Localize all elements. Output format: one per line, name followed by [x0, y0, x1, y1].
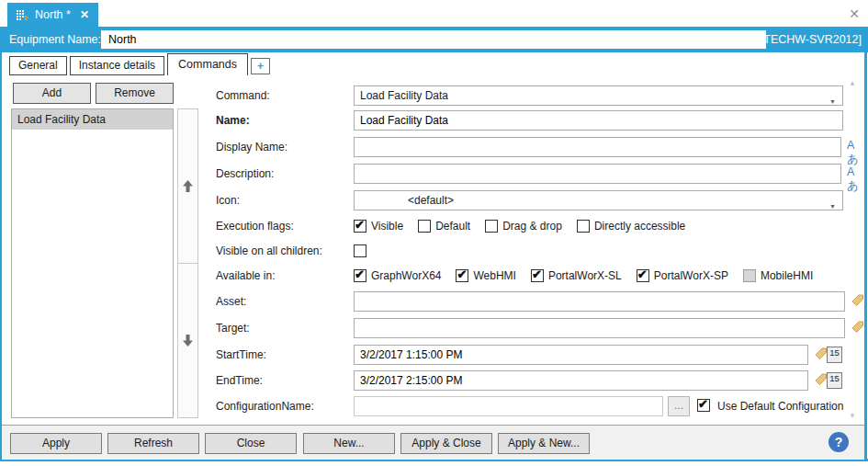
- chevron-down-icon: ▼: [829, 198, 836, 216]
- available-portalworx-sp: PortalWorX-SP: [637, 269, 728, 282]
- tab-strip: General Instance details Commands +: [9, 53, 270, 75]
- tab-general[interactable]: General: [9, 56, 67, 75]
- target-input[interactable]: [354, 318, 845, 338]
- visible-checkbox[interactable]: [354, 220, 366, 233]
- name-input[interactable]: [354, 110, 843, 131]
- visible-on-all-children-label: Visible on all children:: [216, 244, 322, 258]
- available-graphworx64: GraphWorX64: [354, 269, 441, 282]
- use-default-configuration-checkbox[interactable]: [697, 399, 710, 412]
- default-checkbox[interactable]: [418, 220, 431, 233]
- arrow-up-icon: [182, 179, 194, 193]
- start-time-input[interactable]: [354, 345, 808, 365]
- calendar-icon[interactable]: 15: [827, 372, 842, 389]
- scrollbar-down-icon[interactable]: ▼: [847, 412, 858, 420]
- apply-and-new-button[interactable]: Apply & New...: [498, 433, 590, 454]
- equipment-building-icon: [17, 9, 28, 21]
- workbench-window: ✕ North * ✕ Equipment Name: [TECHW-SVR20…: [0, 0, 868, 466]
- help-icon[interactable]: ?: [829, 432, 849, 452]
- display-name-label: Display Name:: [216, 137, 287, 157]
- remove-button[interactable]: Remove: [96, 83, 174, 104]
- apply-and-close-button[interactable]: Apply & Close: [400, 433, 492, 454]
- arrow-down-icon: [182, 334, 194, 347]
- window-border-right: [864, 52, 867, 461]
- end-time-label: EndTime:: [216, 370, 263, 391]
- icon-dropdown[interactable]: <default> ▼: [354, 190, 843, 210]
- default-checkbox-label: Default: [435, 220, 470, 233]
- document-tab-close-icon[interactable]: ✕: [80, 8, 89, 21]
- available-mobilehmi: MobileHMI: [743, 269, 813, 282]
- tag-icon[interactable]: [851, 293, 864, 307]
- chevron-down-icon: ▼: [829, 93, 836, 111]
- available-webhmi: WebHMI: [456, 269, 515, 282]
- available-portalworx-sl: PortalWorX-SL: [531, 269, 622, 282]
- mobilehmi-checkbox-label: MobileHMI: [761, 269, 813, 282]
- refresh-button[interactable]: Refresh: [107, 433, 199, 454]
- use-default-configuration-label: Use Default Configuration: [717, 396, 843, 416]
- server-badge: [TECHW-SVR2012]: [761, 27, 862, 52]
- portalworx-sp-checkbox[interactable]: [637, 269, 649, 282]
- document-tab-north[interactable]: North * ✕: [7, 3, 98, 27]
- command-dropdown[interactable]: Load Facility Data ▼: [354, 85, 843, 106]
- description-input[interactable]: [354, 164, 841, 184]
- footer-bar: Apply Refresh Close New... Apply & Close…: [2, 425, 864, 460]
- configuration-name-label: ConfigurationName:: [216, 396, 314, 416]
- tab-commands[interactable]: Commands: [167, 53, 248, 75]
- document-tab-title: North *: [35, 8, 71, 21]
- tag-icon[interactable]: [814, 372, 828, 386]
- portalworx-sl-checkbox-label: PortalWorX-SL: [548, 269, 622, 282]
- tag-icon[interactable]: [814, 347, 828, 360]
- add-button[interactable]: Add: [13, 83, 91, 104]
- tab-instance-details[interactable]: Instance details: [70, 56, 164, 75]
- scrollbar-up-icon[interactable]: ▲: [847, 79, 858, 87]
- visible-on-all-children-checkbox[interactable]: [354, 244, 366, 257]
- description-label: Description:: [216, 164, 274, 184]
- directly-accessible-checkbox[interactable]: [577, 220, 590, 233]
- command-list[interactable]: Load Facility Data: [11, 108, 174, 418]
- command-dropdown-value: Load Facility Data: [360, 89, 448, 102]
- directly-accessible-checkbox-label: Directly accessible: [594, 220, 685, 233]
- browse-button[interactable]: ...: [668, 396, 690, 416]
- drag-drop-checkbox[interactable]: [485, 220, 498, 233]
- end-time-input[interactable]: [354, 370, 808, 391]
- tag-icon[interactable]: [851, 320, 864, 334]
- asset-input[interactable]: [354, 291, 845, 312]
- portalworx-sl-checkbox[interactable]: [531, 269, 544, 282]
- window-border-left: [0, 52, 2, 461]
- display-name-input[interactable]: [354, 137, 841, 157]
- flag-directly-accessible: Directly accessible: [577, 220, 685, 233]
- webhmi-checkbox-label: WebHMI: [473, 269, 515, 282]
- close-button[interactable]: Close: [205, 433, 297, 454]
- flag-default: Default: [418, 220, 470, 233]
- equipment-name-label: Equipment Name:: [9, 27, 101, 52]
- move-up-button[interactable]: [177, 108, 198, 264]
- asset-label: Asset:: [216, 291, 246, 312]
- name-label: Name:: [216, 110, 250, 131]
- icon-label: Icon:: [216, 190, 240, 210]
- start-time-label: StartTime:: [216, 345, 266, 365]
- visible-checkbox-label: Visible: [371, 220, 403, 233]
- available-in-label: Available in:: [216, 268, 276, 283]
- drag-drop-checkbox-label: Drag & drop: [502, 220, 562, 233]
- calendar-icon[interactable]: 15: [827, 347, 842, 363]
- tab-add-new[interactable]: +: [251, 58, 270, 74]
- mobilehmi-checkbox: [743, 269, 756, 282]
- flag-visible: Visible: [354, 220, 403, 233]
- flag-drag-drop: Drag & drop: [485, 220, 562, 233]
- graphworx64-checkbox[interactable]: [354, 269, 366, 282]
- new-button[interactable]: New...: [303, 433, 395, 454]
- target-label: Target:: [216, 318, 250, 338]
- command-list-item-selected[interactable]: Load Facility Data: [12, 109, 173, 130]
- reorder-column: [177, 108, 198, 418]
- window-close-icon[interactable]: ✕: [849, 6, 860, 21]
- move-down-button[interactable]: [177, 264, 198, 418]
- equipment-name-input[interactable]: [101, 30, 766, 49]
- apply-button[interactable]: Apply: [10, 433, 102, 454]
- configuration-name-input[interactable]: [354, 396, 663, 416]
- equipment-name-bar: Equipment Name: [TECHW-SVR2012]: [0, 27, 868, 52]
- graphworx64-checkbox-label: GraphWorX64: [371, 269, 441, 282]
- icon-dropdown-value: <default>: [408, 194, 454, 207]
- command-label: Command:: [216, 85, 270, 106]
- webhmi-checkbox[interactable]: [456, 269, 468, 282]
- portalworx-sp-checkbox-label: PortalWorX-SP: [654, 269, 728, 282]
- execution-flags-label: Execution flags:: [216, 219, 294, 233]
